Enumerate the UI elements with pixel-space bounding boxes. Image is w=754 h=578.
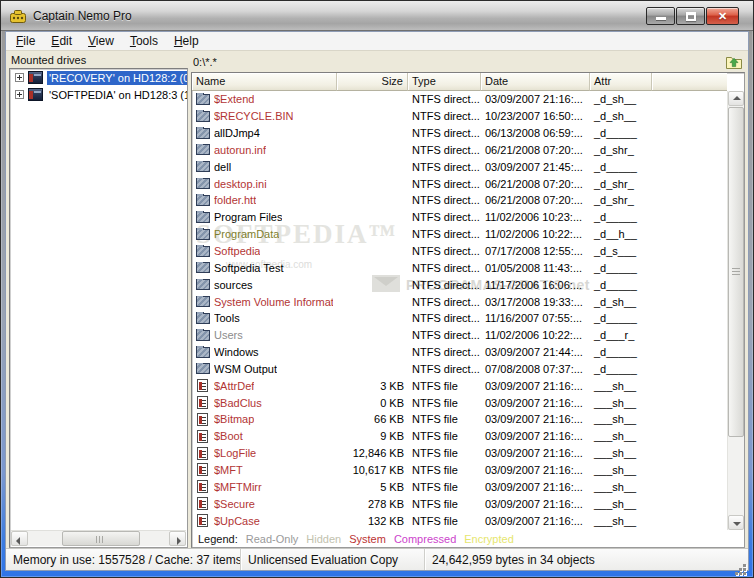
file-date: 03/09/2007 21:16:... (481, 515, 590, 527)
maximize-icon (686, 12, 696, 21)
file-name: $BadClus (214, 397, 262, 409)
file-attr: _d_shr_ (590, 194, 652, 206)
table-row[interactable]: folder.httNTFS direct...06/21/2008 07:20… (192, 192, 727, 209)
file-type: NTFS direct... (408, 93, 481, 105)
scrollbar-thumb[interactable] (62, 531, 140, 546)
table-row[interactable]: dellNTFS direct...03/09/2007 21:45:..._d… (192, 158, 727, 175)
file-name: autorun.inf (214, 144, 266, 156)
menu-view[interactable]: View (80, 33, 122, 50)
folder-icon (196, 330, 210, 341)
file-name: Windows (214, 346, 259, 358)
app-window: Captain Nemo Pro ✕ FileEditViewToolsHelp… (0, 0, 754, 578)
table-row[interactable]: System Volume InformationNTFS direct...0… (192, 293, 727, 310)
scroll-track[interactable] (28, 531, 169, 546)
table-row[interactable]: $Secure278 KBNTFS file03/09/2007 21:16:.… (192, 495, 727, 512)
tree-horizontal-scrollbar[interactable] (11, 530, 186, 546)
file-type: NTFS direct... (408, 329, 481, 341)
column-header-date[interactable]: Date (481, 73, 590, 91)
file-date: 03/09/2007 21:16:... (481, 397, 590, 409)
tree-item-drive-1[interactable]: 'SOFTPEDIA' on HD128:3 (1: (10, 86, 187, 103)
table-row[interactable]: $BadClus0 KBNTFS file03/09/2007 21:16:..… (192, 394, 727, 411)
file-date: 03/09/2007 21:16:... (481, 93, 590, 105)
scroll-down-arrow[interactable] (728, 515, 744, 530)
table-row[interactable]: sourcesNTFS direct...11/17/2006 16:06:..… (192, 276, 727, 293)
file-type: NTFS direct... (408, 211, 481, 223)
table-row[interactable]: ProgramDataNTFS direct...11/02/2006 10:2… (192, 226, 727, 243)
file-type: NTFS direct... (408, 312, 481, 324)
table-row[interactable]: ToolsNTFS direct...11/16/2007 07:55:..._… (192, 310, 727, 327)
table-row[interactable]: $LogFile12,846 KBNTFS file03/09/2007 21:… (192, 445, 727, 462)
table-row[interactable]: $MFTMirr5 KBNTFS file03/09/2007 21:16:..… (192, 478, 727, 495)
table-row[interactable]: Softpedia TestNTFS direct...01/05/2008 1… (192, 259, 727, 276)
table-row[interactable]: WindowsNTFS direct...03/09/2007 21:44:..… (192, 344, 727, 361)
folder-icon (196, 229, 210, 240)
file-date: 06/13/2008 06:59:... (481, 127, 590, 139)
file-date: 03/09/2007 21:16:... (481, 430, 590, 442)
table-row[interactable]: $AttrDef3 KBNTFS file03/09/2007 21:16:..… (192, 377, 727, 394)
expand-plus-icon[interactable] (15, 73, 24, 82)
column-header-name[interactable]: Name (192, 73, 337, 91)
list-vertical-scrollbar[interactable] (727, 91, 744, 530)
expand-plus-icon[interactable] (15, 90, 24, 99)
file-name: $AttrDef (214, 380, 254, 392)
column-header-type[interactable]: Type (408, 73, 481, 91)
menu-edit[interactable]: Edit (43, 33, 80, 50)
column-header-attr[interactable]: Attr (590, 73, 652, 91)
scroll-left-arrow[interactable] (11, 531, 28, 546)
file-attr: ___sh__ (590, 430, 652, 442)
window-title: Captain Nemo Pro (33, 9, 132, 23)
table-row[interactable]: WSM OutputNTFS direct...07/08/2008 07:37… (192, 361, 727, 378)
tree-item-drive-0[interactable]: 'RECOVERY' on HD128:2 (0: (10, 69, 187, 86)
table-row[interactable]: $MFT10,617 KBNTFS file03/09/2007 21:16:.… (192, 462, 727, 479)
file-attr: ___sh__ (590, 464, 652, 476)
close-button[interactable]: ✕ (706, 7, 739, 25)
file-name: $MFTMirr (214, 481, 262, 493)
table-row[interactable]: Program FilesNTFS direct...11/02/2006 10… (192, 209, 727, 226)
table-row[interactable]: UsersNTFS direct...11/02/2006 10:22:..._… (192, 327, 727, 344)
file-name: $Boot (214, 430, 243, 442)
table-row[interactable]: $RECYCLE.BINNTFS direct...10/23/2007 16:… (192, 108, 727, 125)
file-icon (197, 430, 208, 443)
table-row[interactable]: allDJmp4NTFS direct...06/13/2008 06:59:.… (192, 125, 727, 142)
file-date: 06/21/2008 07:20:... (481, 178, 590, 190)
table-row[interactable]: $UpCase132 KBNTFS file03/09/2007 21:16:.… (192, 512, 727, 529)
table-row[interactable]: $ExtendNTFS direct...03/09/2007 21:16:..… (192, 91, 727, 108)
folder-icon (196, 313, 210, 324)
file-date: 03/09/2007 21:16:... (481, 413, 590, 425)
minimize-button[interactable] (646, 7, 675, 25)
file-name: $LogFile (214, 447, 256, 459)
table-row[interactable]: $Boot9 KBNTFS file03/09/2007 21:16:...__… (192, 428, 727, 445)
table-row[interactable]: SoftpediaNTFS direct...07/17/2008 12:55:… (192, 243, 727, 260)
file-date: 11/02/2006 10:22:... (481, 329, 590, 341)
menu-file[interactable]: File (8, 33, 43, 50)
maximize-button[interactable] (676, 7, 705, 25)
file-type: NTFS file (408, 430, 481, 442)
scrollbar-thumb[interactable] (728, 107, 744, 437)
file-name: dell (214, 161, 231, 173)
file-name: $MFT (214, 464, 243, 476)
scroll-up-arrow[interactable] (728, 91, 744, 106)
table-row[interactable]: $Bitmap66 KBNTFS file03/09/2007 21:16:..… (192, 411, 727, 428)
up-folder-icon[interactable] (725, 54, 743, 70)
menu-tools[interactable]: Tools (122, 33, 166, 50)
file-date: 07/17/2008 12:55:... (481, 245, 590, 257)
file-type: NTFS direct... (408, 161, 481, 173)
folder-icon (196, 347, 210, 358)
file-type: NTFS direct... (408, 110, 481, 122)
file-name: folder.htt (214, 194, 256, 206)
status-objects: 24,642,959 bytes in 34 objects (424, 549, 748, 570)
mounted-drives-label: Mounted drives (9, 51, 188, 68)
file-size: 12,846 KB (337, 447, 408, 459)
scroll-right-arrow[interactable] (169, 531, 186, 546)
file-icon (197, 396, 208, 409)
folder-icon (196, 246, 210, 257)
file-date: 11/02/2006 10:22:... (481, 228, 590, 240)
table-row[interactable]: autorun.infNTFS direct...06/21/2008 07:2… (192, 142, 727, 159)
table-row[interactable]: desktop.iniNTFS direct...06/21/2008 07:2… (192, 175, 727, 192)
menu-help[interactable]: Help (166, 33, 207, 50)
file-type: NTFS file (408, 464, 481, 476)
file-name: $Bitmap (214, 413, 254, 425)
column-header-size[interactable]: Size (337, 73, 408, 91)
resize-grip[interactable] (743, 564, 746, 567)
file-name: Softpedia Test (214, 262, 284, 274)
